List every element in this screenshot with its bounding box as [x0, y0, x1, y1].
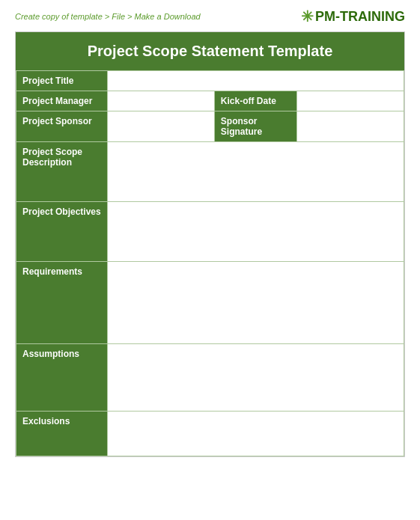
table-row: Requirements [16, 262, 404, 344]
table-row: Project Scope Description [16, 142, 404, 202]
logo-text: PM-TRAINING [315, 9, 405, 25]
kickoff-date-value[interactable] [296, 91, 404, 111]
top-bar: Create copy of template > File > Make a … [15, 7, 405, 25]
kickoff-date-label: Kick-off Date [214, 91, 296, 111]
project-manager-value[interactable] [107, 91, 214, 111]
project-scope-value[interactable] [107, 142, 404, 202]
exclusions-label: Exclusions [16, 412, 108, 456]
table-row: Exclusions [16, 412, 404, 456]
sponsor-signature-label: Sponsor Signature [214, 111, 296, 142]
breadcrumb: Create copy of template > File > Make a … [15, 12, 201, 21]
assumptions-value[interactable] [107, 344, 404, 412]
logo-star-icon: ✳ [301, 7, 314, 25]
project-scope-label: Project Scope Description [16, 142, 108, 202]
assumptions-label: Assumptions [16, 344, 108, 412]
project-sponsor-value[interactable] [107, 111, 214, 142]
project-sponsor-label: Project Sponsor [16, 111, 108, 142]
project-title-label: Project Title [16, 71, 108, 91]
project-manager-label: Project Manager [16, 91, 108, 111]
requirements-label: Requirements [16, 262, 108, 344]
table-row: Assumptions [16, 344, 404, 412]
project-objectives-label: Project Objectives [16, 202, 108, 262]
page-wrapper: Create copy of template > File > Make a … [0, 0, 420, 520]
sponsor-signature-value[interactable] [296, 111, 404, 142]
project-title-value[interactable] [107, 71, 404, 91]
table-row: Project Manager Kick-off Date [16, 91, 404, 111]
template-header: Project Scope Statement Template [16, 32, 404, 70]
table-row: Project Objectives [16, 202, 404, 262]
project-objectives-value[interactable] [107, 202, 404, 262]
requirements-value[interactable] [107, 262, 404, 344]
table-row: Project Title [16, 71, 404, 91]
table-row: Project Sponsor Sponsor Signature [16, 111, 404, 142]
scope-table: Project Title Project Manager Kick-off D… [16, 70, 404, 456]
template-container: Project Scope Statement Template Project… [15, 31, 405, 457]
exclusions-value[interactable] [107, 412, 404, 456]
logo: ✳PM-TRAINING [301, 7, 405, 25]
